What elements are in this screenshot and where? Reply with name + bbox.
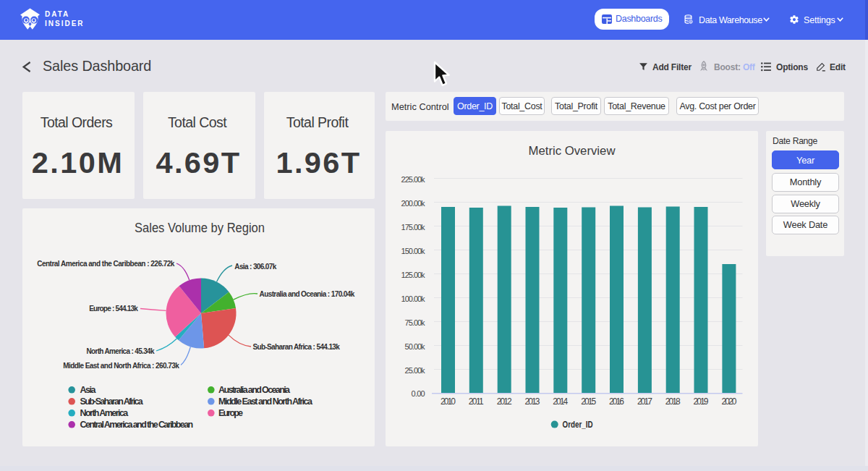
svg-text:150.00k: 150.00k [401, 247, 426, 255]
svg-text:Order_ID: Order_ID [563, 420, 593, 430]
svg-text:2015: 2015 [581, 396, 596, 407]
svg-text:Metric Overview: Metric Overview [529, 144, 616, 158]
svg-text:50.00k: 50.00k [405, 342, 426, 351]
svg-text:2016: 2016 [609, 396, 624, 407]
svg-text:Europe: Europe [218, 408, 243, 418]
svg-text:North America : 45.34k: North America : 45.34k [86, 347, 155, 355]
svg-text:2017: 2017 [637, 396, 652, 407]
svg-text:100.00k: 100.00k [401, 294, 426, 303]
svg-text:Europe : 544.13k: Europe : 544.13k [89, 305, 138, 313]
svg-text:Australia and Oceania: Australia and Oceania [218, 385, 291, 395]
svg-text:200.00k: 200.00k [401, 199, 426, 208]
svg-text:Sub-Saharan Africa: Sub-Saharan Africa [80, 396, 144, 407]
svg-text:North America: North America [80, 408, 129, 418]
svg-text:2011: 2011 [469, 396, 484, 407]
svg-text:Asia : 306.07k: Asia : 306.07k [234, 263, 276, 271]
svg-text:Central America and the Caribb: Central America and the Caribbean [80, 420, 194, 430]
svg-text:225.00k: 225.00k [401, 175, 426, 184]
svg-text:Sub-Saharan Africa : 544.13k: Sub-Saharan Africa : 544.13k [252, 343, 340, 351]
svg-text:125.00k: 125.00k [401, 271, 426, 279]
svg-text:2020: 2020 [721, 396, 736, 407]
svg-text:2010: 2010 [441, 396, 456, 407]
svg-text:Australia and Oceania : 170.04: Australia and Oceania : 170.04k [260, 290, 355, 298]
svg-text:2012: 2012 [497, 396, 512, 407]
svg-text:175.00k: 175.00k [401, 223, 426, 232]
svg-text:0.00: 0.00 [412, 389, 425, 398]
svg-text:25.00k: 25.00k [405, 366, 426, 375]
svg-text:Sales Volume by Region: Sales Volume by Region [135, 221, 265, 235]
svg-text:Middle East and North Africa: Middle East and North Africa [218, 396, 313, 407]
svg-text:2014: 2014 [553, 396, 568, 407]
svg-text:2018: 2018 [665, 396, 681, 407]
svg-text:Central America and the Caribb: Central America and the Caribbean : 226.… [37, 260, 175, 268]
svg-text:Asia: Asia [80, 385, 97, 395]
svg-text:2019: 2019 [694, 396, 709, 407]
svg-text:Middle East and North Africa :: Middle East and North Africa : 260.73k [63, 362, 179, 370]
svg-text:2013: 2013 [525, 396, 540, 407]
svg-text:75.00k: 75.00k [405, 318, 426, 327]
